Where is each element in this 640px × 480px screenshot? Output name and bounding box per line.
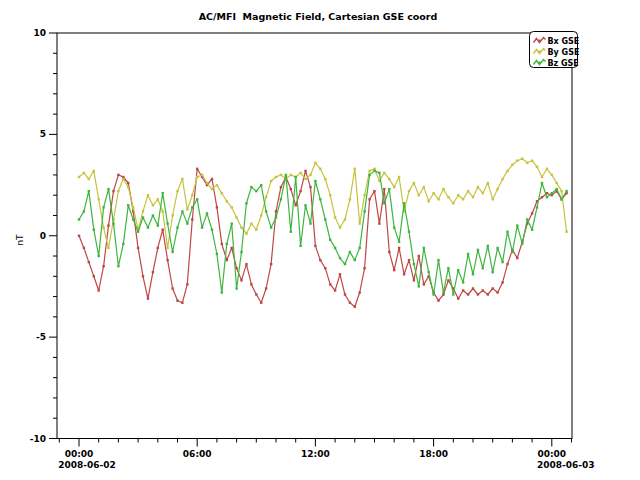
data-point-marker xyxy=(152,271,154,273)
data-point-marker xyxy=(363,194,365,196)
data-point-marker xyxy=(477,186,479,188)
data-point-marker xyxy=(117,265,119,267)
data-point-marker xyxy=(226,243,228,245)
data-point-marker xyxy=(472,196,474,198)
data-point-marker xyxy=(221,192,223,194)
data-point-marker xyxy=(117,190,119,192)
data-point-marker xyxy=(255,293,257,295)
data-point-marker xyxy=(319,168,321,170)
data-point-marker xyxy=(428,271,430,273)
data-point-marker xyxy=(201,174,203,176)
plot-canvas: AC/MFI Magnetic Field, Cartesian GSE coo… xyxy=(0,0,640,480)
data-point-marker xyxy=(506,170,508,172)
x-tick-label: 06:00 xyxy=(183,449,212,459)
data-point-marker xyxy=(280,174,282,176)
data-point-marker xyxy=(506,263,508,265)
legend-marker-bz-gse xyxy=(539,62,541,64)
data-point-marker xyxy=(112,190,114,192)
data-point-marker xyxy=(78,176,80,178)
data-point-marker xyxy=(147,297,149,299)
data-point-marker xyxy=(255,229,257,231)
data-point-marker xyxy=(354,259,356,261)
data-point-marker xyxy=(398,176,400,178)
data-point-marker xyxy=(270,263,272,265)
data-point-marker xyxy=(393,269,395,271)
data-point-marker xyxy=(107,188,109,190)
data-point-marker xyxy=(423,247,425,249)
data-point-marker xyxy=(270,226,272,228)
data-point-marker xyxy=(304,178,306,180)
data-point-marker xyxy=(275,176,277,178)
legend-label-bz-gse: Bz GSE xyxy=(548,59,579,68)
magnetic-field-chart: AC/MFI Magnetic Field, Cartesian GSE coo… xyxy=(0,0,640,480)
data-point-marker xyxy=(526,218,528,220)
data-point-marker xyxy=(171,214,173,216)
series-lines xyxy=(78,158,568,308)
data-point-marker xyxy=(447,267,449,269)
data-point-marker xyxy=(536,166,538,168)
data-point-marker xyxy=(329,194,331,196)
data-point-marker xyxy=(142,275,144,277)
data-point-marker xyxy=(344,218,346,220)
data-point-marker xyxy=(98,198,100,200)
data-point-marker xyxy=(191,194,193,196)
data-point-marker xyxy=(250,186,252,188)
data-point-marker xyxy=(290,188,292,190)
data-point-marker xyxy=(492,198,494,200)
data-point-marker xyxy=(201,226,203,228)
data-point-marker xyxy=(157,224,159,226)
data-point-marker xyxy=(388,178,390,180)
data-point-marker xyxy=(112,222,114,224)
data-point-marker xyxy=(408,231,410,233)
data-point-marker xyxy=(290,174,292,176)
data-point-marker xyxy=(260,184,262,186)
data-point-marker xyxy=(467,293,469,295)
data-point-marker xyxy=(496,188,498,190)
data-point-marker xyxy=(88,190,90,192)
data-point-marker xyxy=(536,206,538,208)
data-point-marker xyxy=(560,198,562,200)
data-point-marker xyxy=(388,188,390,190)
data-point-marker xyxy=(349,198,351,200)
data-point-marker xyxy=(186,208,188,210)
data-point-marker xyxy=(240,226,242,228)
data-point-marker xyxy=(196,198,198,200)
data-point-marker xyxy=(413,263,415,265)
data-point-marker xyxy=(231,247,233,249)
y-axis-label: nT xyxy=(15,234,25,246)
data-point-marker xyxy=(295,176,297,178)
data-point-marker xyxy=(556,188,558,190)
data-point-marker xyxy=(393,226,395,228)
data-point-marker xyxy=(378,222,380,224)
data-point-marker xyxy=(226,200,228,202)
data-point-marker xyxy=(250,222,252,224)
data-point-marker xyxy=(472,287,474,289)
x-tick-label: 12:00 xyxy=(301,449,330,459)
data-point-marker xyxy=(142,216,144,218)
data-point-marker xyxy=(152,204,154,206)
data-point-marker xyxy=(432,293,434,295)
data-point-marker xyxy=(403,273,405,275)
data-point-marker xyxy=(531,212,533,214)
data-point-marker xyxy=(88,261,90,263)
data-point-marker xyxy=(206,212,208,214)
data-point-marker xyxy=(127,204,129,206)
data-point-marker xyxy=(78,218,80,220)
legend-label-by-gse: By GSE xyxy=(548,48,580,57)
data-point-marker xyxy=(280,198,282,200)
y-tick-label: -10 xyxy=(30,434,46,444)
data-point-marker xyxy=(122,243,124,245)
data-point-marker xyxy=(496,291,498,293)
y-tick-label: -5 xyxy=(36,332,46,342)
data-point-marker xyxy=(521,158,523,160)
data-point-marker xyxy=(339,273,341,275)
data-point-marker xyxy=(196,176,198,178)
data-point-marker xyxy=(359,247,361,249)
data-point-marker xyxy=(319,198,321,200)
data-point-marker xyxy=(98,289,100,291)
data-point-marker xyxy=(285,174,287,176)
data-point-marker xyxy=(418,255,420,257)
data-point-marker xyxy=(477,249,479,251)
data-point-marker xyxy=(181,210,183,212)
data-point-marker xyxy=(260,302,262,304)
